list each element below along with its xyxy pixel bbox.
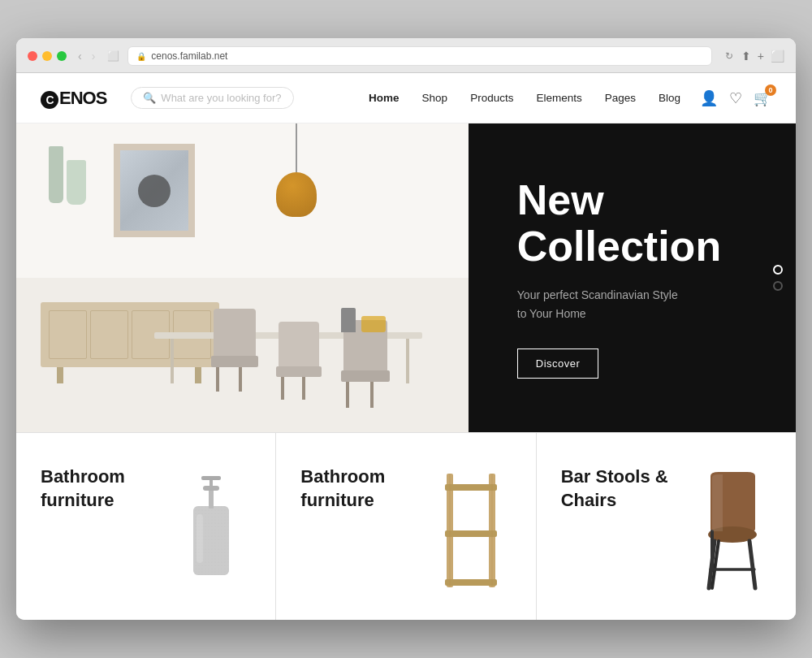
- scene-bowl: [361, 316, 386, 332]
- window-control: ⬜: [106, 50, 119, 63]
- category-image-3: [691, 465, 771, 595]
- hero-section: New Collection Your perfect Scandinavian…: [16, 123, 796, 432]
- secure-icon: 🔒: [136, 52, 146, 61]
- refresh-button[interactable]: ↻: [725, 50, 733, 62]
- address-bar[interactable]: 🔒 cenos.familab.net: [127, 46, 711, 66]
- browser-chrome: ‹ › ⬜ 🔒 cenos.familab.net ↻ ⬆ + ⬜: [16, 38, 796, 73]
- scene-frame-circle: [138, 175, 171, 207]
- search-placeholder: What are you looking for?: [161, 92, 281, 104]
- browser-window: ‹ › ⬜ 🔒 cenos.familab.net ↻ ⬆ + ⬜ CENOS …: [16, 38, 796, 620]
- category-card-2[interactable]: Bathroom furniture: [276, 433, 536, 620]
- category-label-2: Bathroom furniture: [300, 465, 430, 512]
- scene-table-leg2: [406, 339, 409, 383]
- bar-stool-icon: [694, 468, 767, 594]
- svg-rect-12: [445, 484, 497, 491]
- pendant-lamp: [276, 172, 317, 217]
- scene-wall: [16, 123, 469, 293]
- pendant-cord: [296, 123, 297, 172]
- search-icon: 🔍: [143, 92, 156, 104]
- category-card-1[interactable]: Bathroom furniture: [16, 433, 276, 620]
- nav-blog[interactable]: Blog: [659, 92, 680, 104]
- svg-rect-5: [209, 491, 214, 509]
- hero-cta-button[interactable]: Discover: [517, 348, 599, 379]
- scene-vase1: [49, 146, 63, 203]
- header-icons: 👤 ♡ 🛒 0: [700, 89, 771, 107]
- scene-chair3: [341, 320, 390, 408]
- logo[interactable]: CENOS: [41, 88, 106, 109]
- scene-french-press: [341, 308, 356, 332]
- website: CENOS 🔍 What are you looking for? Home S…: [16, 73, 796, 620]
- url-text: cenos.familab.net: [151, 50, 227, 62]
- nav-buttons: ‹ ›: [75, 48, 98, 64]
- hero-dot-2[interactable]: [773, 281, 783, 291]
- scene-table-leg1: [171, 339, 174, 383]
- nav-shop[interactable]: Shop: [422, 92, 448, 104]
- traffic-lights: [28, 51, 67, 61]
- nav-products[interactable]: Products: [470, 92, 513, 104]
- share-icon[interactable]: ⬆: [741, 50, 751, 63]
- scene-frame: [114, 144, 195, 237]
- scene-pendant: [276, 123, 317, 217]
- site-header: CENOS 🔍 What are you looking for? Home S…: [16, 73, 796, 123]
- svg-rect-13: [445, 530, 497, 537]
- category-card-3[interactable]: Bar Stools & Chairs: [537, 433, 796, 620]
- scene-chair2: [276, 322, 322, 400]
- category-section: Bathroom furniture: [16, 432, 796, 620]
- forward-button[interactable]: ›: [89, 48, 99, 64]
- minimize-button[interactable]: [42, 51, 52, 61]
- logo-text: ENOS: [59, 88, 106, 108]
- svg-rect-6: [197, 514, 203, 563]
- user-icon[interactable]: 👤: [700, 89, 718, 107]
- hero-dot-1[interactable]: [773, 265, 783, 275]
- scene-chair1: [211, 309, 258, 392]
- scene-frame-inner: [120, 150, 188, 231]
- close-button[interactable]: [28, 51, 37, 61]
- furniture-scene: [16, 123, 469, 432]
- svg-rect-14: [445, 579, 497, 586]
- hero-image: [16, 123, 469, 432]
- hero-dots: [773, 265, 783, 291]
- drawer-2: [90, 310, 128, 359]
- category-image-2: [430, 465, 511, 595]
- back-button[interactable]: ‹: [75, 48, 85, 64]
- search-bar[interactable]: 🔍 What are you looking for?: [131, 87, 293, 109]
- svg-rect-2: [201, 476, 221, 480]
- hero-text-side: New Collection Your perfect Scandinavian…: [469, 123, 796, 432]
- hero-subtitle: Your perfect Scandinavian Style to Your …: [517, 286, 680, 323]
- category-image-1: [171, 465, 251, 595]
- nav-home[interactable]: Home: [369, 92, 400, 104]
- svg-line-19: [749, 541, 755, 588]
- soap-dispenser-icon: [179, 474, 244, 587]
- cart-badge: 0: [765, 84, 776, 96]
- scene-vase2: [67, 160, 86, 205]
- category-label-1: Bathroom furniture: [41, 465, 171, 512]
- main-nav: Home Shop Products Elements Pages Blog: [369, 92, 680, 104]
- browser-right-buttons: ⬆ + ⬜: [741, 50, 784, 63]
- new-tab-icon[interactable]: +: [758, 50, 764, 63]
- cart-icon-wrap[interactable]: 🛒 0: [754, 89, 771, 107]
- wooden-shelf-icon: [438, 470, 503, 591]
- hero-title: New Collection: [517, 177, 755, 270]
- nav-elements[interactable]: Elements: [536, 92, 581, 104]
- tabs-icon[interactable]: ⬜: [771, 50, 784, 63]
- category-label-3: Bar Stools & Chairs: [561, 465, 691, 512]
- nav-pages[interactable]: Pages: [605, 92, 636, 104]
- drawer-1: [49, 310, 87, 359]
- wishlist-icon[interactable]: ♡: [729, 89, 742, 107]
- maximize-button[interactable]: [57, 51, 67, 61]
